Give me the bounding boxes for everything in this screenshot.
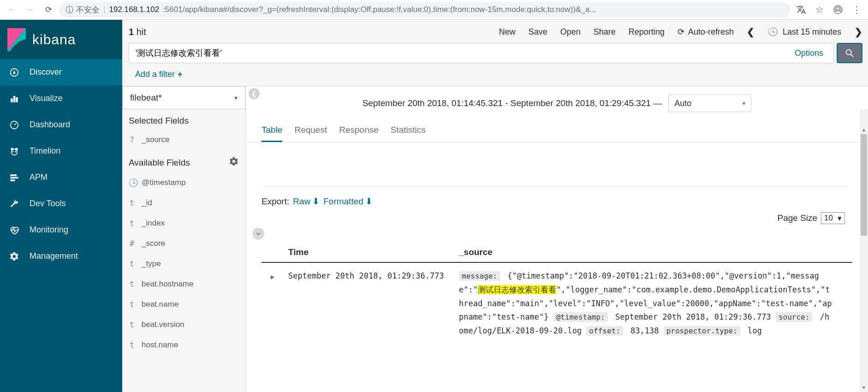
- refresh-icon: ⟳: [678, 27, 684, 37]
- expand-row-button[interactable]: ▶: [262, 269, 284, 283]
- info-icon: ⓘ: [65, 5, 73, 15]
- svg-rect-5: [11, 99, 13, 102]
- tab-statistics[interactable]: Statistics: [391, 125, 426, 142]
- nav-item-apm[interactable]: APM: [0, 164, 122, 190]
- new-button[interactable]: New: [499, 27, 516, 37]
- scroll-up-icon[interactable]: ▴: [861, 126, 867, 133]
- gear-icon: [8, 250, 20, 262]
- export-formatted-link[interactable]: Formatted⬇: [323, 196, 373, 207]
- share-button[interactable]: Share: [594, 27, 616, 37]
- field-item-beat-version[interactable]: tbeat.version: [122, 315, 245, 335]
- topbar: 1 hit New Save Open Share Reporting ⟳ Au…: [122, 20, 868, 86]
- field-item-beat-hostname[interactable]: tbeat.hostname: [122, 274, 245, 294]
- field-item--score[interactable]: #_score: [122, 233, 245, 254]
- bookmark-star-icon[interactable]: ☆: [812, 2, 827, 18]
- column-source-header[interactable]: _source: [459, 247, 852, 257]
- nav-label: Management: [30, 251, 78, 261]
- nav-item-dev-tools[interactable]: Dev Tools: [0, 190, 122, 217]
- clock-icon: 🕓: [129, 178, 135, 187]
- search-button[interactable]: [837, 43, 862, 63]
- save-button[interactable]: Save: [529, 27, 547, 37]
- field-item-beat-name[interactable]: tbeat.name: [122, 294, 245, 315]
- reload-button[interactable]: ⟳: [41, 2, 56, 18]
- reporting-button[interactable]: Reporting: [629, 27, 665, 37]
- tab-table[interactable]: Table: [262, 125, 282, 142]
- tab-response[interactable]: Response: [339, 125, 379, 142]
- prospector-value: log: [748, 326, 762, 335]
- svg-marker-4: [13, 70, 16, 73]
- interval-select[interactable]: Auto ▾: [668, 95, 751, 112]
- field-item-host-name[interactable]: thost.name: [122, 335, 245, 355]
- results-panel: ❮ September 20th 2018, 01:14:45.321 - Se…: [246, 86, 868, 392]
- collapse-fields-button[interactable]: ❮: [249, 88, 260, 99]
- field-type-t: t: [129, 219, 135, 228]
- field-name: beat.hostname: [142, 279, 193, 289]
- url-bar[interactable]: ⓘ 不安全 | 192.168.1.102:5601/app/kibana#/d…: [59, 2, 791, 18]
- field-item--type[interactable]: t_type: [122, 254, 245, 274]
- field-type-t: t: [129, 320, 135, 329]
- nav-item-visualize[interactable]: Visualize: [0, 85, 122, 112]
- hit-count: 1 hit: [129, 27, 146, 37]
- caret-down-icon: ▾: [743, 100, 745, 107]
- logo[interactable]: kibana: [0, 20, 122, 59]
- field-type-t: t: [129, 300, 135, 309]
- back-button[interactable]: ←: [4, 2, 19, 18]
- field-name: host.name: [142, 340, 178, 350]
- svg-point-14: [15, 151, 16, 152]
- wrench-icon: [8, 198, 20, 210]
- open-button[interactable]: Open: [560, 27, 581, 37]
- add-filter-button[interactable]: Add a filter +: [135, 70, 856, 79]
- nav-label: Visualize: [30, 94, 63, 103]
- scroll-down-icon[interactable]: ▾: [861, 384, 867, 391]
- scrollbar-thumb[interactable]: [861, 134, 867, 236]
- search-input[interactable]: [136, 48, 791, 58]
- nav-item-timelion[interactable]: Timelion: [0, 138, 122, 164]
- download-icon: ⬇: [312, 196, 320, 207]
- column-time-header[interactable]: Time: [284, 247, 459, 257]
- profile-avatar-icon[interactable]: [830, 2, 846, 18]
- apm-icon: [8, 172, 20, 184]
- time-next-button[interactable]: ❯: [854, 28, 862, 36]
- nav-item-management[interactable]: Management: [0, 243, 122, 269]
- index-pattern-select[interactable]: filebeat* ▾: [122, 86, 245, 109]
- time-picker[interactable]: 🕓 Last 15 minutes: [768, 27, 841, 37]
- nav-item-monitoring[interactable]: Monitoring: [0, 217, 122, 243]
- insecure-badge: ⓘ 不安全: [65, 5, 100, 15]
- fields-panel: filebeat* ▾ Selected Fields ?_source Ava…: [122, 86, 246, 392]
- svg-rect-7: [16, 97, 18, 102]
- collapse-histogram-button[interactable]: [252, 228, 264, 240]
- field-type-t: t: [129, 198, 135, 208]
- search-options-link[interactable]: Options: [791, 48, 827, 58]
- row-time-value: September 20th 2018, 01:29:36.773: [284, 269, 459, 283]
- nav-label: Dev Tools: [30, 199, 66, 208]
- search-input-wrap: Options: [129, 43, 834, 63]
- kibana-logo-icon: [7, 28, 26, 51]
- field-chip-message: message:: [459, 271, 500, 281]
- scrollbar[interactable]: ▴ ▾: [860, 109, 868, 392]
- svg-rect-6: [13, 96, 15, 102]
- svg-line-9: [14, 123, 17, 125]
- overflow-menu-icon[interactable]: ⋮: [849, 2, 864, 18]
- auto-refresh-button[interactable]: ⟳ Auto-refresh: [678, 27, 734, 37]
- url-path: :5601/app/kibana#/discover?_g=(refreshIn…: [163, 5, 596, 14]
- translate-icon[interactable]: [793, 2, 809, 18]
- field-item--index[interactable]: t_index: [122, 213, 245, 233]
- page-size-label: Page Size: [777, 213, 817, 223]
- plus-icon: +: [178, 70, 183, 79]
- interval-label: Auto: [674, 99, 691, 108]
- selected-fields-header: Selected Fields: [122, 109, 245, 130]
- field-name: _source: [142, 135, 169, 144]
- bar-chart-icon: [8, 93, 20, 105]
- forward-button[interactable]: →: [22, 2, 38, 18]
- tab-request[interactable]: Request: [294, 125, 327, 142]
- time-prev-button[interactable]: ❮: [747, 28, 755, 36]
- field-item--id[interactable]: t_id: [122, 193, 245, 213]
- export-raw-link[interactable]: Raw⬇: [293, 196, 320, 207]
- nav-item-discover[interactable]: Discover: [0, 59, 122, 85]
- field-name: _score: [142, 239, 165, 248]
- field-item--source[interactable]: ?_source: [122, 130, 245, 150]
- nav-item-dashboard[interactable]: Dashboard: [0, 112, 122, 138]
- page-size-select[interactable]: 10▾: [821, 212, 845, 224]
- fields-settings-icon[interactable]: [229, 156, 239, 169]
- field-item--timestamp[interactable]: 🕓@timestamp: [122, 172, 245, 193]
